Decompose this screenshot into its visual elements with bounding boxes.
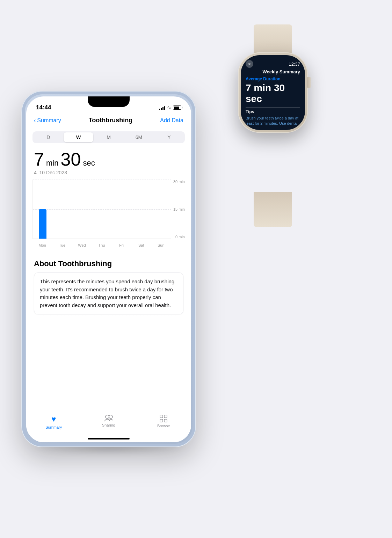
chart-bar-mon [39,209,46,239]
tab-sharing-label: Sharing [102,423,115,427]
about-section: About Toothbrushing This represents the … [26,254,191,325]
chevron-left-icon: ‹ [34,117,36,124]
stats-min-unit: min [44,159,61,167]
status-time: 14:44 [36,104,51,111]
stats-sec-value: 30 [61,149,81,169]
apple-watch: × 12:37 Weekly Summary Average Duration … [217,52,329,199]
scene: 14:44 ∿ ‹ Su [21,24,371,514]
back-label: Summary [37,117,61,124]
nav-header: ‹ Summary Toothbrushing Add Data [26,114,191,127]
watch-divider [246,107,300,108]
chart-x-thu: Thu [92,243,112,247]
svg-rect-3 [164,415,167,418]
chart-col-wed [72,180,92,239]
signal-bar-1 [159,109,160,110]
chart-col-sat [131,180,151,239]
iphone: 14:44 ∿ ‹ Su [21,91,196,447]
chart-x-sun: Sun [151,243,171,247]
stats-date-range: 4–10 Dec 2023 [34,170,183,175]
chart-area [32,180,171,239]
chart-x-sat: Sat [131,243,151,247]
signal-bar-2 [161,108,162,110]
iphone-screen: 14:44 ∿ ‹ Su [26,96,191,442]
watch-band-bottom [254,192,292,227]
add-data-button[interactable]: Add Data [160,117,183,124]
svg-rect-2 [160,415,163,418]
watch-screen: × 12:37 Weekly Summary Average Duration … [241,55,305,130]
about-title: About Toothbrushing [34,259,183,268]
chart-x-wed: Wed [72,243,92,247]
watch-tips-title: Tips [246,109,300,114]
about-card: This represents the minutes you spend ea… [34,272,183,314]
tab-browse[interactable]: Browse [136,415,191,428]
browse-icon [160,415,167,422]
page-title: Toothbrushing [89,117,133,124]
svg-point-1 [109,415,112,419]
chart-y-label-top: 30 min [173,180,185,184]
period-btn-y[interactable]: Y [154,132,184,142]
period-selector: D W M 6M Y [32,131,185,143]
wifi-icon: ∿ [167,105,171,110]
about-text: This represents the minutes you spend ea… [40,278,177,309]
watch-close-button[interactable]: × [246,60,253,68]
chart-x-tue: Tue [52,243,72,247]
tab-sharing[interactable]: Sharing [81,415,136,427]
stats-min-value: 7 [34,149,44,169]
heart-icon: ♥ [51,415,56,424]
status-icons: ∿ [159,105,181,110]
chart-y-label-mid: 15 min [173,207,185,211]
watch-tips-text: Brush your teeth twice a day at least fo… [246,116,300,126]
chart-x-labels: Mon Tue Wed Thu Fri Sat Sun [32,241,171,249]
battery-fill [174,107,179,109]
chart-col-sun [151,180,171,239]
watch-weekly-summary-title: Weekly Summary [246,69,300,74]
period-btn-d[interactable]: D [34,132,63,142]
tab-browse-label: Browse [157,424,170,428]
stats-header: 7 min 30 sec 4–10 Dec 2023 [26,147,191,175]
chart-y-labels: 30 min 15 min 0 min [173,180,185,239]
stats-value: 7 min 30 sec [34,150,183,168]
signal-icon [159,105,165,110]
tab-bar: ♥ Summary Sharing [26,411,191,442]
watch-status-bar: × 12:37 [246,60,300,68]
chart-x-mon: Mon [32,243,52,247]
about-fade [34,311,183,321]
svg-point-0 [106,415,109,419]
chart-bars [33,180,171,239]
watch-crown [307,77,311,88]
battery-icon [173,106,181,110]
watch-avg-duration-label: Average Duration [246,77,300,81]
chart-col-fri [112,180,131,239]
chart-x-fri: Fri [111,243,131,247]
period-btn-w[interactable]: W [64,132,93,142]
sharing-icon [104,415,113,422]
period-btn-6m[interactable]: 6M [124,132,153,142]
home-indicator [88,438,130,439]
chart-col-mon [33,180,52,239]
signal-bar-4 [164,106,165,110]
signal-bar-3 [162,107,164,110]
chart-container: 30 min 15 min 0 min [32,180,185,249]
chart-y-label-bottom: 0 min [175,235,185,239]
back-button[interactable]: ‹ Summary [34,117,61,124]
notch [88,96,130,107]
watch-case: × 12:37 Weekly Summary Average Duration … [238,52,308,133]
chart-col-tue [52,180,72,239]
stats-sec-unit: sec [81,159,95,167]
svg-rect-5 [164,419,167,422]
watch-x-icon: × [248,62,251,66]
tab-summary-label: Summary [45,425,62,429]
svg-rect-4 [160,419,163,422]
tab-summary[interactable]: ♥ Summary [26,415,81,429]
watch-duration-value: 7 min 30 sec [246,83,300,104]
watch-time: 12:37 [289,61,300,67]
chart-col-thu [92,180,111,239]
period-btn-m[interactable]: M [94,132,123,142]
